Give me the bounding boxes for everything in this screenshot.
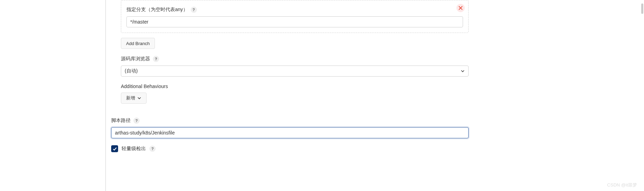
main-content: 指定分支（为空时代表any） ? Add Branch 源码库浏览器 ? (自动… — [111, 0, 469, 159]
script-path-label: 脚本路径 — [111, 118, 131, 124]
scm-browser-selected-value: (自动) — [125, 68, 138, 74]
close-icon — [459, 6, 463, 10]
add-branch-button[interactable]: Add Branch — [121, 38, 155, 49]
branch-specifier-input[interactable] — [126, 16, 463, 27]
lightweight-checkout-label: 轻量级检出 — [122, 146, 146, 152]
branch-config-block: 指定分支（为空时代表any） ? Add Branch 源码库浏览器 ? (自动… — [121, 0, 469, 104]
scm-browser-label-row: 源码库浏览器 ? — [121, 56, 469, 62]
script-path-input[interactable] — [111, 127, 469, 138]
branch-label-row: 指定分支（为空时代表any） ? — [126, 7, 463, 13]
branch-label: 指定分支（为空时代表any） — [126, 7, 188, 13]
help-icon[interactable]: ? — [153, 56, 159, 62]
help-icon[interactable]: ? — [133, 118, 140, 124]
vertical-divider — [105, 0, 106, 191]
chevron-down-icon — [137, 96, 141, 100]
scm-browser-section: 源码库浏览器 ? (自动) — [121, 56, 469, 77]
scrollbar-thumb[interactable] — [641, 3, 643, 14]
remove-branch-button[interactable] — [456, 4, 465, 12]
additional-behaviours-label-row: Additional Behaviours — [121, 84, 469, 89]
add-branch-section: Add Branch — [121, 38, 469, 49]
script-path-section: 脚本路径 ? — [111, 118, 469, 138]
help-icon[interactable]: ? — [149, 146, 156, 152]
add-behaviour-button[interactable]: 新增 — [121, 93, 147, 104]
lightweight-checkout-checkbox[interactable] — [111, 145, 118, 152]
branch-specifier-box: 指定分支（为空时代表any） ? — [121, 0, 469, 33]
add-behaviour-label: 新增 — [126, 95, 135, 101]
help-icon[interactable]: ? — [191, 7, 197, 13]
lightweight-checkout-row: 轻量级检出 ? — [111, 145, 469, 152]
chevron-down-icon — [461, 69, 465, 73]
scm-browser-label: 源码库浏览器 — [121, 56, 150, 62]
lightweight-checkout-section: 轻量级检出 ? — [111, 145, 469, 152]
script-path-label-row: 脚本路径 ? — [111, 118, 469, 124]
watermark-text: CSDN @it噩梦 — [607, 182, 637, 188]
additional-behaviours-label: Additional Behaviours — [121, 84, 168, 89]
check-icon — [113, 147, 117, 151]
additional-behaviours-section: Additional Behaviours 新增 — [121, 84, 469, 104]
scm-browser-select[interactable]: (自动) — [121, 66, 469, 77]
